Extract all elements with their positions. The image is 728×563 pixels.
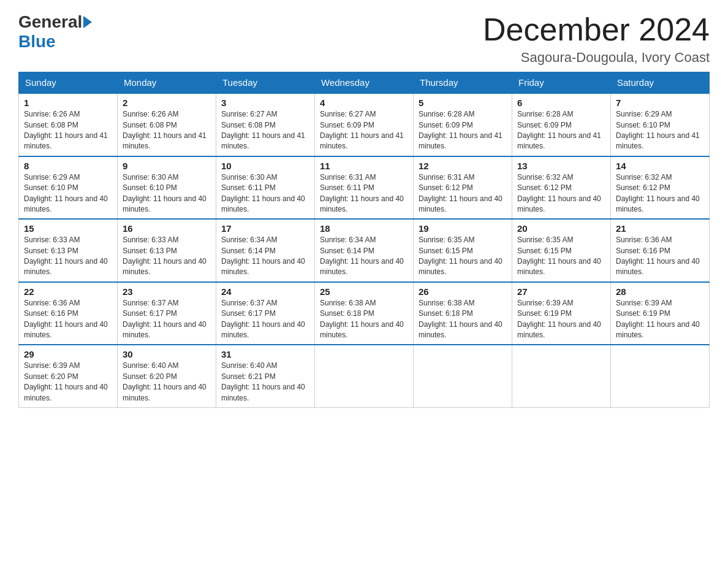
day-number: 10 [221, 161, 309, 171]
table-row: 28 Sunrise: 6:39 AM Sunset: 6:19 PM Dayl… [611, 282, 710, 345]
calendar-table: Sunday Monday Tuesday Wednesday Thursday… [18, 72, 710, 408]
title-block: December 2024 Sagoura-Dougoula, Ivory Co… [483, 12, 710, 66]
day-info: Sunrise: 6:28 AM Sunset: 6:09 PM Dayligh… [517, 109, 605, 152]
table-row: 9 Sunrise: 6:30 AM Sunset: 6:10 PM Dayli… [118, 156, 216, 220]
day-info: Sunrise: 6:32 AM Sunset: 6:12 PM Dayligh… [616, 172, 704, 215]
day-info: Sunrise: 6:38 AM Sunset: 6:18 PM Dayligh… [419, 298, 507, 341]
table-row: 22 Sunrise: 6:36 AM Sunset: 6:16 PM Dayl… [19, 282, 118, 345]
table-row: 27 Sunrise: 6:39 AM Sunset: 6:19 PM Dayl… [512, 282, 611, 345]
day-number: 8 [24, 161, 112, 171]
day-info: Sunrise: 6:30 AM Sunset: 6:11 PM Dayligh… [221, 172, 309, 215]
day-number: 15 [24, 223, 112, 234]
table-row: 14 Sunrise: 6:32 AM Sunset: 6:12 PM Dayl… [611, 156, 710, 220]
day-info: Sunrise: 6:36 AM Sunset: 6:16 PM Dayligh… [616, 235, 704, 278]
day-info: Sunrise: 6:39 AM Sunset: 6:20 PM Dayligh… [24, 361, 112, 404]
table-row: 18 Sunrise: 6:34 AM Sunset: 6:14 PM Dayl… [315, 219, 414, 282]
calendar-week-row: 29 Sunrise: 6:39 AM Sunset: 6:20 PM Dayl… [19, 345, 710, 407]
logo: General Blue [18, 12, 93, 52]
day-number: 3 [221, 98, 309, 108]
page-header: General Blue December 2024 Sagoura-Dougo… [18, 12, 710, 66]
day-number: 30 [123, 349, 211, 359]
table-row: 17 Sunrise: 6:34 AM Sunset: 6:14 PM Dayl… [216, 219, 315, 282]
day-number: 26 [419, 286, 507, 297]
day-number: 7 [616, 98, 704, 108]
day-number: 9 [123, 161, 211, 171]
calendar-week-row: 1 Sunrise: 6:26 AM Sunset: 6:08 PM Dayli… [19, 93, 710, 156]
col-header-monday: Monday [118, 72, 216, 94]
col-header-sunday: Sunday [19, 72, 118, 94]
day-info: Sunrise: 6:35 AM Sunset: 6:15 PM Dayligh… [517, 235, 605, 278]
day-number: 12 [419, 161, 507, 171]
col-header-wednesday: Wednesday [315, 72, 414, 94]
day-info: Sunrise: 6:31 AM Sunset: 6:11 PM Dayligh… [320, 172, 408, 215]
day-number: 16 [123, 223, 211, 234]
day-number: 2 [123, 98, 211, 108]
table-row [611, 345, 710, 407]
table-row: 25 Sunrise: 6:38 AM Sunset: 6:18 PM Dayl… [315, 282, 414, 345]
logo-blue-text: Blue [18, 32, 56, 52]
calendar-week-row: 22 Sunrise: 6:36 AM Sunset: 6:16 PM Dayl… [19, 282, 710, 345]
calendar-header-row: Sunday Monday Tuesday Wednesday Thursday… [19, 72, 710, 94]
table-row [414, 345, 512, 407]
col-header-friday: Friday [512, 72, 611, 94]
table-row: 4 Sunrise: 6:27 AM Sunset: 6:09 PM Dayli… [315, 93, 414, 156]
day-number: 21 [616, 223, 704, 234]
table-row: 20 Sunrise: 6:35 AM Sunset: 6:15 PM Dayl… [512, 219, 611, 282]
day-number: 23 [123, 286, 211, 297]
table-row: 2 Sunrise: 6:26 AM Sunset: 6:08 PM Dayli… [118, 93, 216, 156]
day-number: 6 [517, 98, 605, 108]
day-number: 11 [320, 161, 408, 171]
day-info: Sunrise: 6:35 AM Sunset: 6:15 PM Dayligh… [419, 235, 507, 278]
day-info: Sunrise: 6:33 AM Sunset: 6:13 PM Dayligh… [24, 235, 112, 278]
day-number: 5 [419, 98, 507, 108]
logo-triangle-icon [83, 16, 92, 28]
table-row: 1 Sunrise: 6:26 AM Sunset: 6:08 PM Dayli… [19, 93, 118, 156]
table-row: 29 Sunrise: 6:39 AM Sunset: 6:20 PM Dayl… [19, 345, 118, 407]
table-row: 12 Sunrise: 6:31 AM Sunset: 6:12 PM Dayl… [414, 156, 512, 220]
calendar-week-row: 8 Sunrise: 6:29 AM Sunset: 6:10 PM Dayli… [19, 156, 710, 220]
day-info: Sunrise: 6:26 AM Sunset: 6:08 PM Dayligh… [123, 109, 211, 152]
day-info: Sunrise: 6:39 AM Sunset: 6:19 PM Dayligh… [616, 298, 704, 341]
day-info: Sunrise: 6:34 AM Sunset: 6:14 PM Dayligh… [221, 235, 309, 278]
location-subtitle: Sagoura-Dougoula, Ivory Coast [483, 50, 710, 66]
day-info: Sunrise: 6:33 AM Sunset: 6:13 PM Dayligh… [123, 235, 211, 278]
table-row: 3 Sunrise: 6:27 AM Sunset: 6:08 PM Dayli… [216, 93, 315, 156]
day-number: 17 [221, 223, 309, 234]
day-number: 18 [320, 223, 408, 234]
day-info: Sunrise: 6:26 AM Sunset: 6:08 PM Dayligh… [24, 109, 112, 152]
day-info: Sunrise: 6:28 AM Sunset: 6:09 PM Dayligh… [419, 109, 507, 152]
day-number: 14 [616, 161, 704, 171]
day-number: 25 [320, 286, 408, 297]
table-row: 11 Sunrise: 6:31 AM Sunset: 6:11 PM Dayl… [315, 156, 414, 220]
day-number: 31 [221, 349, 309, 359]
day-info: Sunrise: 6:36 AM Sunset: 6:16 PM Dayligh… [24, 298, 112, 341]
table-row: 6 Sunrise: 6:28 AM Sunset: 6:09 PM Dayli… [512, 93, 611, 156]
day-number: 13 [517, 161, 605, 171]
day-info: Sunrise: 6:34 AM Sunset: 6:14 PM Dayligh… [320, 235, 408, 278]
day-info: Sunrise: 6:40 AM Sunset: 6:20 PM Dayligh… [123, 361, 211, 404]
table-row: 31 Sunrise: 6:40 AM Sunset: 6:21 PM Dayl… [216, 345, 315, 407]
day-number: 29 [24, 349, 112, 359]
col-header-saturday: Saturday [611, 72, 710, 94]
day-info: Sunrise: 6:37 AM Sunset: 6:17 PM Dayligh… [123, 298, 211, 341]
table-row: 8 Sunrise: 6:29 AM Sunset: 6:10 PM Dayli… [19, 156, 118, 220]
day-number: 28 [616, 286, 704, 297]
table-row [512, 345, 611, 407]
day-number: 20 [517, 223, 605, 234]
day-number: 22 [24, 286, 112, 297]
day-info: Sunrise: 6:39 AM Sunset: 6:19 PM Dayligh… [517, 298, 605, 341]
day-number: 24 [221, 286, 309, 297]
table-row: 21 Sunrise: 6:36 AM Sunset: 6:16 PM Dayl… [611, 219, 710, 282]
day-info: Sunrise: 6:29 AM Sunset: 6:10 PM Dayligh… [616, 109, 704, 152]
table-row: 13 Sunrise: 6:32 AM Sunset: 6:12 PM Dayl… [512, 156, 611, 220]
table-row: 15 Sunrise: 6:33 AM Sunset: 6:13 PM Dayl… [19, 219, 118, 282]
day-info: Sunrise: 6:30 AM Sunset: 6:10 PM Dayligh… [123, 172, 211, 215]
day-number: 27 [517, 286, 605, 297]
day-info: Sunrise: 6:27 AM Sunset: 6:08 PM Dayligh… [221, 109, 309, 152]
day-info: Sunrise: 6:32 AM Sunset: 6:12 PM Dayligh… [517, 172, 605, 215]
table-row: 30 Sunrise: 6:40 AM Sunset: 6:20 PM Dayl… [118, 345, 216, 407]
table-row: 24 Sunrise: 6:37 AM Sunset: 6:17 PM Dayl… [216, 282, 315, 345]
calendar-week-row: 15 Sunrise: 6:33 AM Sunset: 6:13 PM Dayl… [19, 219, 710, 282]
table-row: 16 Sunrise: 6:33 AM Sunset: 6:13 PM Dayl… [118, 219, 216, 282]
day-info: Sunrise: 6:38 AM Sunset: 6:18 PM Dayligh… [320, 298, 408, 341]
